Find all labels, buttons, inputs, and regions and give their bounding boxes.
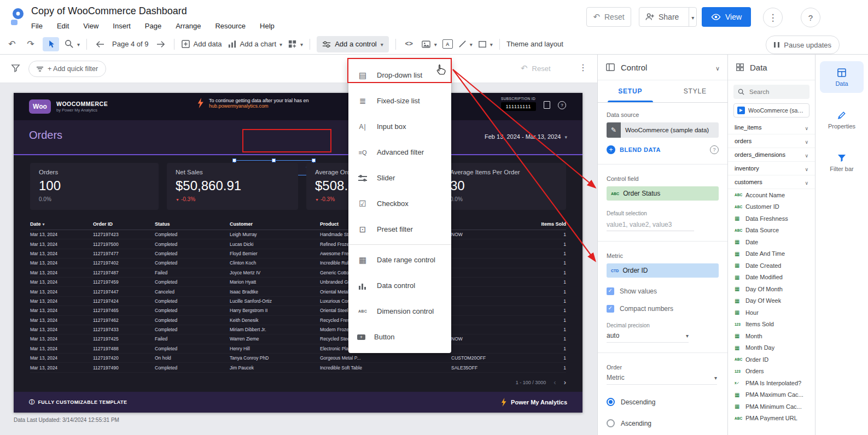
date-range-control[interactable]: Feb 13, 2024 - Mar 13, 2024 <box>485 133 567 140</box>
report-title[interactable]: Copy of WooCommerce Dashboard <box>31 5 187 17</box>
descending-radio[interactable] <box>607 398 615 406</box>
control-menu-item[interactable]: Slider <box>348 165 451 191</box>
chevron-down-icon[interactable] <box>715 63 720 72</box>
metric-chip[interactable]: CTD Order ID <box>607 263 719 278</box>
kpi-card[interactable]: Orders 100 0.0% <box>30 163 159 210</box>
redo-button[interactable] <box>24 37 37 51</box>
field-group[interactable]: inventory <box>728 162 815 175</box>
field-item[interactable]: 123 Orders <box>728 366 815 378</box>
help-circle-icon[interactable] <box>558 101 566 109</box>
undo-button[interactable] <box>5 37 19 51</box>
search-input[interactable] <box>748 88 805 96</box>
ascending-radio[interactable] <box>607 419 615 427</box>
control-menu-item[interactable]: ▦ Date range control <box>348 247 451 273</box>
field-item[interactable]: ABC Customer ID <box>728 201 815 213</box>
control-menu-item[interactable]: Data control <box>348 273 451 298</box>
menu-item[interactable]: View <box>83 22 98 30</box>
control-field-chip[interactable]: ABC Order Status <box>607 186 719 201</box>
quick-filter-more-button[interactable] <box>579 62 587 73</box>
field-item[interactable]: ABC Account Name <box>728 189 815 201</box>
theme-and-layout-button[interactable]: Theme and layout <box>506 40 563 48</box>
pause-updates-button[interactable]: Pause updates <box>766 36 840 54</box>
shape-tool-button[interactable] <box>478 40 493 48</box>
control-menu-item[interactable]: ABC Dimension control <box>348 298 451 324</box>
sort-desc-icon[interactable] <box>41 221 45 227</box>
select-tool-button[interactable] <box>43 37 59 51</box>
page-indicator[interactable]: Page 4 of 9 <box>112 40 149 48</box>
field-item[interactable]: ▦ Day Of Week <box>728 295 815 307</box>
trial-link[interactable]: hub.powermyanalytics.com <box>209 103 309 109</box>
field-item[interactable]: ▦ PMA Minimum Cac... <box>728 401 815 413</box>
compact-numbers-checkbox[interactable] <box>607 305 614 313</box>
field-item[interactable]: ▦ Month <box>728 330 815 342</box>
field-group[interactable]: customers <box>728 175 815 189</box>
menu-item[interactable]: Help <box>260 22 275 30</box>
document-icon[interactable] <box>544 101 550 109</box>
menu-item[interactable]: Page <box>145 22 161 30</box>
next-rows-icon[interactable] <box>564 378 566 386</box>
line-tool-button[interactable] <box>458 40 473 48</box>
next-page-button[interactable] <box>154 37 167 51</box>
share-button[interactable]: Share <box>639 7 697 27</box>
rail-filter-bar-button[interactable]: Filter bar <box>820 146 864 178</box>
field-item[interactable]: ABC Data Source <box>728 225 815 237</box>
field-item[interactable]: ▦ Data Freshness <box>728 213 815 225</box>
add-data-button[interactable]: Add data <box>181 39 222 49</box>
field-item[interactable]: 123 Items Sold <box>728 319 815 331</box>
field-item[interactable]: ABC PMA Payment URL <box>728 413 815 425</box>
menu-item[interactable]: Edit <box>57 22 69 30</box>
help-button[interactable] <box>801 8 820 27</box>
text-tool-button[interactable] <box>442 39 453 49</box>
field-item[interactable]: ABC Order ID <box>728 354 815 366</box>
control-menu-item[interactable]: A| Input box <box>348 114 451 139</box>
field-item[interactable]: ▦ Month Day <box>728 342 815 354</box>
decimal-precision-select[interactable]: auto <box>607 332 689 343</box>
orders-table[interactable]: Date Order ID Status Customer Product It… <box>30 219 566 373</box>
field-item[interactable]: ▦ Date <box>728 236 815 248</box>
control-menu-item[interactable]: ≡Q Advanced filter <box>348 139 451 165</box>
field-item[interactable]: ▦ Date Modified <box>728 272 815 284</box>
selection-handle[interactable] <box>232 158 236 162</box>
rail-properties-button[interactable]: Properties <box>820 104 864 136</box>
tab-setup[interactable]: SETUP <box>598 80 663 102</box>
reset-button[interactable]: Reset <box>586 7 631 27</box>
order-metric-select[interactable]: Metric <box>607 374 717 385</box>
field-item[interactable]: ▦ Day Of Month <box>728 283 815 295</box>
field-item[interactable]: ▦ Hour <box>728 307 815 319</box>
control-menu-item[interactable]: ≣ Fixed-size list <box>348 88 451 114</box>
menu-item[interactable]: Insert <box>113 22 131 30</box>
help-circle-icon[interactable] <box>710 145 719 154</box>
share-options-button[interactable] <box>689 8 696 26</box>
field-group[interactable]: orders_dimensions <box>728 148 815 162</box>
field-group[interactable]: line_items <box>728 121 815 134</box>
field-item[interactable]: x✓ PMA Is Interpolated? <box>728 377 815 389</box>
kpi-card[interactable]: Net Sales $50,860.91 -0.3% <box>167 163 298 210</box>
blend-data-button[interactable]: BLEND DATA <box>620 146 706 153</box>
field-item[interactable]: ▦ PMA Maximum Cac... <box>728 389 815 401</box>
dashboard[interactable]: Woo WOOCOMMERCE by Power My Analytics To… <box>14 93 582 413</box>
add-quick-filter-button[interactable]: + Add quick filter <box>28 61 106 77</box>
rail-data-button[interactable]: Data <box>820 61 864 93</box>
menu-item[interactable]: Resource <box>215 22 246 30</box>
previous-page-button[interactable] <box>94 37 107 51</box>
more-options-button[interactable] <box>763 8 783 27</box>
control-menu-item[interactable]: + Button <box>348 324 451 350</box>
selection-handle[interactable] <box>272 158 276 162</box>
add-a-control-button[interactable]: Add a control <box>317 36 389 52</box>
field-item[interactable]: ▦ Date And Time <box>728 248 815 260</box>
embed-url-button[interactable] <box>403 37 416 51</box>
control-menu-item[interactable]: ▤ Drop-down list <box>348 62 451 88</box>
kpi-card[interactable]: Average Items Per Order 30 0.0% <box>441 163 566 210</box>
quick-filter-reset-button[interactable]: Reset <box>521 63 551 73</box>
tab-style[interactable]: STYLE <box>663 80 728 102</box>
image-tool-button[interactable] <box>421 40 437 49</box>
data-source-chip[interactable]: WooCommerce (sample data) <box>607 122 719 138</box>
menu-item[interactable]: Arrange <box>176 22 201 30</box>
pencil-icon[interactable] <box>607 122 621 138</box>
control-menu-item[interactable]: ☑ Checkbox <box>348 191 451 216</box>
field-item[interactable]: ▦ Date Created <box>728 260 815 272</box>
view-button[interactable]: View <box>702 7 751 27</box>
community-visualizations-button[interactable] <box>288 39 303 49</box>
selection-handle[interactable] <box>312 158 316 162</box>
default-selection-input[interactable] <box>607 220 694 231</box>
